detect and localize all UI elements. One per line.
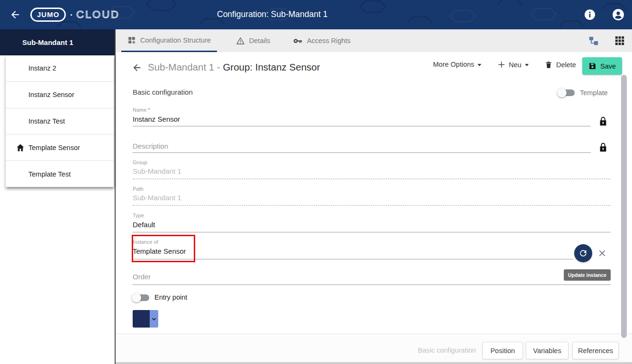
- toggle-thumb: [132, 293, 141, 302]
- section-title: Basic configuration: [133, 88, 193, 96]
- key-icon: [293, 36, 303, 46]
- more-options-label: More Options: [433, 61, 474, 68]
- position-button[interactable]: Position: [482, 342, 523, 359]
- save-button[interactable]: Save: [582, 57, 622, 75]
- sidebar-item-label: Instanz Test: [28, 117, 65, 125]
- window-title: Configuration: Sub-Mandant 1: [217, 9, 327, 19]
- tree-structure-icon[interactable]: [588, 36, 599, 46]
- jumo-logo[interactable]: JUMO: [30, 8, 66, 22]
- warning-icon: [236, 36, 245, 45]
- instance-of-field-underline: [133, 259, 573, 259]
- path-field-underline: [133, 205, 611, 206]
- color-swatch: [133, 310, 150, 328]
- sidebar-header-sub-mandant[interactable]: Sub-Mandant 1: [0, 29, 115, 55]
- tab-access-rights[interactable]: Access Rights: [291, 29, 352, 52]
- group-field-label: Group: [133, 160, 147, 165]
- highlight-annotation-box: [132, 235, 195, 262]
- close-icon[interactable]: [598, 249, 606, 257]
- sidebar-item-list: Instanz 2 Instanz Sensor Instanz Test Te…: [6, 55, 114, 187]
- entry-point-toggle-label: Entry point: [154, 293, 187, 301]
- account-icon[interactable]: [612, 9, 624, 21]
- type-field-underline: [133, 232, 611, 232]
- save-icon: [588, 62, 596, 70]
- update-instance-tooltip: Update instance: [564, 269, 611, 281]
- save-label: Save: [600, 62, 616, 70]
- page-title: Sub-Mandant 1 - Group: Instanz Sensor: [148, 62, 320, 73]
- name-field-underline: [133, 126, 591, 126]
- app-root: JUMO · CLOUD Configuration: Sub-Mandant …: [0, 0, 632, 364]
- bottom-current-section: Basic configuration: [418, 346, 476, 354]
- tab-label: Access Rights: [307, 37, 351, 44]
- tab-configuration-structure[interactable]: Configuration Structure: [121, 29, 217, 52]
- delete-button[interactable]: Delete: [544, 61, 576, 69]
- home-icon: [16, 143, 25, 152]
- chevron-down-icon: [478, 64, 481, 66]
- description-field-placeholder[interactable]: Description: [133, 142, 168, 150]
- update-instance-button[interactable]: [574, 244, 592, 262]
- sidebar-item-template-test[interactable]: Template Test: [6, 161, 114, 187]
- sidebar-item-instanz-test[interactable]: Instanz Test: [6, 108, 114, 135]
- page-title-main: Group: Instanz Sensor: [223, 62, 320, 72]
- template-toggle[interactable]: [558, 89, 575, 96]
- plus-icon: [497, 61, 506, 69]
- chevron-down-icon: [525, 64, 529, 66]
- color-picker-dropdown[interactable]: [150, 310, 158, 328]
- order-field-underline: [133, 284, 611, 285]
- group-field-underline: [133, 178, 611, 179]
- references-button[interactable]: References: [572, 342, 619, 359]
- sidebar-item-instanz-2[interactable]: Instanz 2: [6, 55, 114, 82]
- sidebar-item-label: Instanz Sensor: [28, 91, 74, 98]
- name-field-value[interactable]: Instanz Sensor: [133, 115, 180, 123]
- sidebar-item-label: Template Test: [28, 170, 71, 178]
- info-icon[interactable]: [585, 9, 595, 20]
- topbar: JUMO · CLOUD Configuration: Sub-Mandant …: [0, 0, 632, 29]
- tab-label: Details: [249, 37, 270, 44]
- dashboard-customize-icon: [127, 36, 136, 44]
- entry-point-toggle[interactable]: [133, 294, 149, 301]
- sidebar-item-instanz-sensor[interactable]: Instanz Sensor: [6, 82, 114, 108]
- group-field-value: Sub-Mandant 1: [133, 167, 181, 175]
- chevron-down-icon: [151, 316, 157, 322]
- sidebar-item-label: Template Sensor: [28, 144, 80, 151]
- apps-grid-icon[interactable]: [614, 36, 625, 46]
- cloud-logo-text: CLOUD: [76, 9, 120, 21]
- name-field-label: Name *: [133, 107, 150, 113]
- new-button[interactable]: Neu: [497, 61, 529, 69]
- sidebar-item-label: Instanz 2: [28, 64, 56, 72]
- delete-label: Delete: [556, 61, 576, 69]
- page-title-prefix: Sub-Mandant 1 -: [148, 62, 223, 72]
- lock-icon[interactable]: [598, 116, 608, 126]
- type-field-label: Type: [133, 213, 144, 218]
- template-toggle-label: Template: [580, 89, 608, 97]
- lock-icon[interactable]: [598, 142, 608, 152]
- logo-separator: ·: [70, 10, 73, 20]
- back-icon[interactable]: [9, 9, 21, 20]
- horizontal-scrollbar-track: [116, 362, 632, 364]
- variables-button[interactable]: Variables: [526, 342, 569, 359]
- tab-label: Configuration Structure: [140, 36, 211, 44]
- page-back-icon[interactable]: [132, 62, 142, 73]
- trash-icon: [544, 61, 553, 69]
- type-field-value[interactable]: Default: [133, 221, 155, 229]
- description-field-underline: [133, 152, 591, 153]
- toggle-thumb: [557, 88, 567, 98]
- tabbar: Configuration Structure Details: [116, 29, 632, 52]
- vertical-scrollbar-thumb[interactable]: [621, 75, 627, 338]
- path-field-value: Sub-Mandant 1: [133, 194, 181, 202]
- color-picker[interactable]: [133, 310, 158, 328]
- new-label: Neu: [509, 61, 522, 69]
- sidebar: Sub-Mandant 1 Instanz 2 Instanz Sensor I…: [0, 29, 115, 364]
- path-field-label: Path: [133, 186, 144, 192]
- more-options-button[interactable]: More Options: [433, 61, 481, 68]
- refresh-icon: [578, 249, 588, 258]
- order-field-placeholder[interactable]: Order: [133, 273, 151, 281]
- main-content: Configuration Structure Details: [115, 29, 632, 364]
- tab-details[interactable]: Details: [229, 29, 277, 52]
- sidebar-item-template-sensor[interactable]: Template Sensor: [6, 134, 114, 161]
